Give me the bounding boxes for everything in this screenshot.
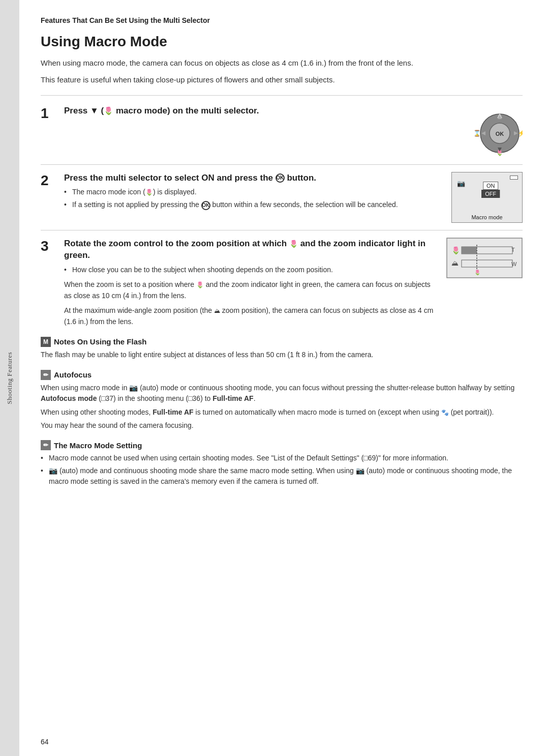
step-2-row: 2 Press the multi selector to select ON … — [41, 172, 523, 223]
step-2-image: 📷 ON OFF Macro mode — [451, 172, 523, 223]
sidebar: Shooting Features — [0, 0, 19, 756]
step-3-body-1: When the zoom is set to a position where… — [64, 279, 434, 301]
macro-on-off: ON OFF — [481, 182, 500, 198]
step-2-bullet-2: If a setting is not applied by pressing … — [64, 199, 439, 210]
notes-macro-setting-section: ✏ The Macro Mode Setting Macro mode cann… — [41, 440, 523, 487]
notes-autofocus-icon: ✏ — [41, 370, 51, 380]
step-3-content: Rotate the zoom control to the zoom posi… — [64, 238, 434, 328]
notes-flash-section: M Notes On Using the Flash The flash may… — [41, 337, 523, 361]
notes-flash-icon: M — [41, 337, 51, 347]
notes-macro-setting-icon: ✏ — [41, 440, 51, 450]
notes-flash-body: The flash may be unable to light entire … — [41, 350, 523, 361]
svg-text:🌷: 🌷 — [474, 269, 481, 276]
macro-screen-top-icon — [510, 176, 518, 180]
step-1-image: OK 🌷 ⌛ ⚡ — [467, 109, 523, 157]
svg-text:🌷: 🌷 — [451, 246, 461, 255]
step-2-heading: Press the multi selector to select ON an… — [64, 172, 439, 184]
svg-text:W: W — [511, 261, 517, 267]
off-button: OFF — [481, 190, 500, 198]
divider-step-1-2 — [41, 164, 523, 165]
features-heading: Features That Can Be Set Using the Multi… — [41, 16, 523, 24]
notes-autofocus-section: ✏ Autofocus When using macro mode in 📷 (… — [41, 370, 523, 431]
on-button: ON — [483, 182, 499, 190]
notes-autofocus-body-2: When using other shooting modes, Full-ti… — [41, 407, 523, 418]
notes-macro-bullet-2: 📷 (auto) mode and continuous shooting mo… — [41, 466, 523, 487]
macro-mode-label: Macro mode — [471, 214, 502, 220]
notes-flash-title: Notes On Using the Flash — [54, 337, 147, 346]
svg-text:T: T — [511, 247, 515, 253]
page-number: 64 — [41, 738, 49, 746]
intro-para-2: This feature is useful when taking close… — [41, 74, 523, 85]
step-3-image: 🌷 ⛰ T W 🌷 — [446, 238, 523, 280]
step-2-content: Press the multi selector to select ON an… — [64, 172, 439, 213]
svg-text:⌛: ⌛ — [473, 129, 481, 137]
page-wrapper: Shooting Features Features That Can Be S… — [0, 0, 549, 756]
notes-macro-bullet-1: Macro mode cannot be used when using cer… — [41, 453, 523, 463]
macro-screen: 📷 ON OFF Macro mode — [451, 172, 523, 223]
notes-macro-setting-bullets: Macro mode cannot be used when using cer… — [41, 453, 523, 487]
notes-macro-setting-header: ✏ The Macro Mode Setting — [41, 440, 523, 450]
step-1-content: Press ▼ (🌷 macro mode) on the multi sele… — [64, 105, 454, 120]
step-3-body-2: At the maximum wide-angle zoom position … — [64, 305, 434, 327]
notes-autofocus-body-3: You may hear the sound of the camera foc… — [41, 420, 523, 431]
notes-autofocus-title: Autofocus — [54, 370, 92, 379]
step-3-row: 3 Rotate the zoom control to the zoom po… — [41, 238, 523, 328]
svg-text:OK: OK — [496, 131, 504, 137]
notes-flash-header: M Notes On Using the Flash — [41, 337, 523, 347]
svg-rect-15 — [462, 247, 477, 254]
camera-ok-diagram: OK 🌷 ⌛ ⚡ — [467, 109, 523, 157]
step-2-number: 2 — [41, 173, 59, 189]
notes-macro-setting-title: The Macro Mode Setting — [54, 441, 142, 450]
ok-icon-2: OK — [201, 201, 210, 210]
main-content: Features That Can Be Set Using the Multi… — [19, 0, 549, 756]
svg-text:⚡: ⚡ — [517, 129, 523, 137]
notes-autofocus-body: When using macro mode in 📷 (auto) mode o… — [41, 383, 523, 404]
step-1-number: 1 — [41, 106, 59, 122]
step-2-bullet-1: The macro mode icon (🌷) is displayed. — [64, 187, 439, 197]
step-1-row: 1 Press ▼ (🌷 macro mode) on the multi se… — [41, 105, 523, 157]
step-1-heading: Press ▼ (🌷 macro mode) on the multi sele… — [64, 105, 454, 117]
macro-screen-icon: 📷 — [457, 180, 465, 187]
intro-para-1: When using macro mode, the camera can fo… — [41, 57, 523, 69]
step-3-heading: Rotate the zoom control to the zoom posi… — [64, 238, 434, 262]
ok-icon: OK — [276, 173, 285, 183]
section-title: Using Macro Mode — [41, 34, 523, 50]
svg-text:⛰: ⛰ — [451, 259, 459, 267]
divider-step-2-3 — [41, 230, 523, 230]
divider-1 — [41, 95, 523, 96]
step-3-bullet-1: How close you can be to the subject when… — [64, 265, 434, 275]
step-3-bullets: How close you can be to the subject when… — [64, 265, 434, 275]
notes-autofocus-header: ✏ Autofocus — [41, 370, 523, 380]
zoom-screen-diagram: 🌷 ⛰ T W 🌷 — [446, 238, 523, 278]
svg-rect-11 — [447, 238, 522, 278]
step-3-number: 3 — [41, 239, 59, 254]
step-2-bullets: The macro mode icon (🌷) is displayed. If… — [64, 187, 439, 210]
sidebar-label: Shooting Features — [6, 352, 14, 404]
